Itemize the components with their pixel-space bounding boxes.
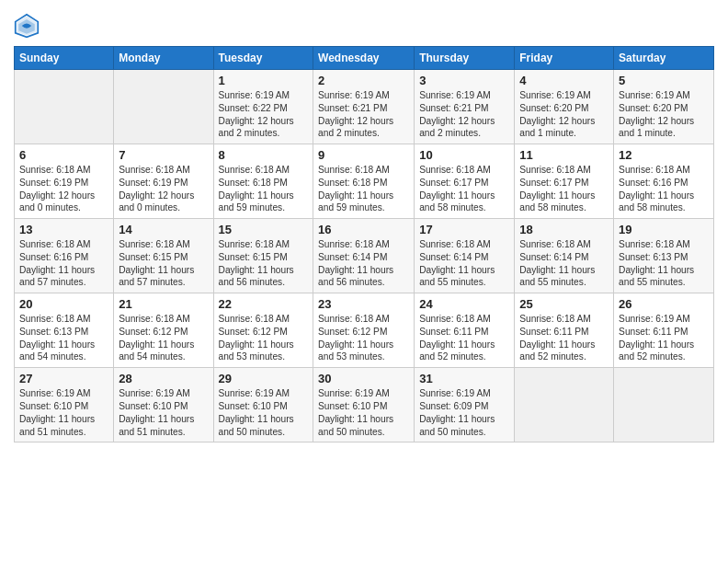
day-info: Sunrise: 6:18 AM Sunset: 6:11 PM Dayligh… [519,313,609,363]
day-number: 18 [519,223,609,236]
calendar-cell: 1Sunrise: 6:19 AM Sunset: 6:22 PM Daylig… [213,70,313,144]
day-number: 15 [219,223,309,236]
day-info: Sunrise: 6:18 AM Sunset: 6:12 PM Dayligh… [119,313,208,363]
day-header-friday: Friday [515,47,614,70]
day-number: 22 [219,297,309,311]
calendar-cell: 27Sunrise: 6:19 AM Sunset: 6:10 PM Dayli… [15,368,114,442]
day-info: Sunrise: 6:18 AM Sunset: 6:19 PM Dayligh… [19,164,108,214]
calendar-cell: 11Sunrise: 6:18 AM Sunset: 6:17 PM Dayli… [515,144,614,219]
day-info: Sunrise: 6:18 AM Sunset: 6:11 PM Dayligh… [419,313,509,363]
day-number: 16 [318,223,409,236]
calendar-cell: 3Sunrise: 6:19 AM Sunset: 6:21 PM Daylig… [415,70,515,144]
calendar-cell: 23Sunrise: 6:18 AM Sunset: 6:12 PM Dayli… [313,293,415,368]
calendar-cell [15,70,114,144]
day-number: 3 [419,74,509,87]
day-info: Sunrise: 6:18 AM Sunset: 6:12 PM Dayligh… [318,313,409,363]
day-number: 26 [619,297,709,311]
logo-icon [14,13,40,39]
day-header-monday: Monday [114,47,213,70]
day-number: 13 [19,223,108,236]
day-info: Sunrise: 6:18 AM Sunset: 6:14 PM Dayligh… [318,238,409,289]
calendar-cell: 16Sunrise: 6:18 AM Sunset: 6:14 PM Dayli… [313,219,415,293]
day-number: 28 [119,372,208,385]
day-info: Sunrise: 6:18 AM Sunset: 6:15 PM Dayligh… [219,238,309,289]
calendar-cell: 10Sunrise: 6:18 AM Sunset: 6:17 PM Dayli… [415,144,515,219]
week-row-3: 13Sunrise: 6:18 AM Sunset: 6:16 PM Dayli… [15,219,714,293]
day-header-thursday: Thursday [415,47,515,70]
day-number: 17 [419,223,509,236]
day-info: Sunrise: 6:19 AM Sunset: 6:21 PM Dayligh… [419,89,509,140]
calendar-cell: 4Sunrise: 6:19 AM Sunset: 6:20 PM Daylig… [515,70,614,144]
calendar-cell: 28Sunrise: 6:19 AM Sunset: 6:10 PM Dayli… [114,368,213,442]
day-info: Sunrise: 6:19 AM Sunset: 6:11 PM Dayligh… [619,313,709,363]
calendar-cell: 24Sunrise: 6:18 AM Sunset: 6:11 PM Dayli… [415,293,515,368]
calendar-cell: 17Sunrise: 6:18 AM Sunset: 6:14 PM Dayli… [415,219,515,293]
calendar-cell [515,368,614,442]
day-info: Sunrise: 6:19 AM Sunset: 6:10 PM Dayligh… [19,387,108,438]
day-number: 29 [219,372,309,385]
day-info: Sunrise: 6:19 AM Sunset: 6:10 PM Dayligh… [219,387,309,438]
day-info: Sunrise: 6:19 AM Sunset: 6:09 PM Dayligh… [419,387,509,438]
calendar-cell: 9Sunrise: 6:18 AM Sunset: 6:18 PM Daylig… [313,144,415,219]
calendar-cell: 2Sunrise: 6:19 AM Sunset: 6:21 PM Daylig… [313,70,415,144]
header [14,9,714,39]
day-number: 25 [519,297,609,311]
day-info: Sunrise: 6:18 AM Sunset: 6:16 PM Dayligh… [19,238,108,289]
calendar-cell [114,70,213,144]
day-number: 4 [519,74,609,87]
calendar-cell: 21Sunrise: 6:18 AM Sunset: 6:12 PM Dayli… [114,293,213,368]
day-info: Sunrise: 6:19 AM Sunset: 6:10 PM Dayligh… [318,387,409,438]
day-info: Sunrise: 6:18 AM Sunset: 6:18 PM Dayligh… [219,164,309,214]
week-row-2: 6Sunrise: 6:18 AM Sunset: 6:19 PM Daylig… [15,144,714,219]
day-number: 5 [619,74,709,87]
day-number: 30 [318,372,409,385]
day-info: Sunrise: 6:18 AM Sunset: 6:13 PM Dayligh… [619,238,709,289]
calendar-cell: 7Sunrise: 6:18 AM Sunset: 6:19 PM Daylig… [114,144,213,219]
calendar-cell: 20Sunrise: 6:18 AM Sunset: 6:13 PM Dayli… [15,293,114,368]
calendar-cell: 30Sunrise: 6:19 AM Sunset: 6:10 PM Dayli… [313,368,415,442]
day-number: 2 [318,74,409,87]
calendar-cell: 29Sunrise: 6:19 AM Sunset: 6:10 PM Dayli… [213,368,313,442]
day-info: Sunrise: 6:18 AM Sunset: 6:18 PM Dayligh… [318,164,409,214]
day-number: 11 [519,148,609,162]
calendar-cell: 15Sunrise: 6:18 AM Sunset: 6:15 PM Dayli… [213,219,313,293]
day-info: Sunrise: 6:18 AM Sunset: 6:19 PM Dayligh… [119,164,208,214]
day-info: Sunrise: 6:18 AM Sunset: 6:12 PM Dayligh… [219,313,309,363]
day-info: Sunrise: 6:18 AM Sunset: 6:14 PM Dayligh… [419,238,509,289]
calendar-cell: 12Sunrise: 6:18 AM Sunset: 6:16 PM Dayli… [614,144,714,219]
day-number: 19 [619,223,709,236]
day-number: 10 [419,148,509,162]
day-header-tuesday: Tuesday [213,47,313,70]
calendar-cell: 26Sunrise: 6:19 AM Sunset: 6:11 PM Dayli… [614,293,714,368]
calendar-cell [614,368,714,442]
day-info: Sunrise: 6:18 AM Sunset: 6:13 PM Dayligh… [19,313,108,363]
week-row-5: 27Sunrise: 6:19 AM Sunset: 6:10 PM Dayli… [15,368,714,442]
calendar-header-row: SundayMondayTuesdayWednesdayThursdayFrid… [15,47,714,70]
week-row-4: 20Sunrise: 6:18 AM Sunset: 6:13 PM Dayli… [15,293,714,368]
day-info: Sunrise: 6:18 AM Sunset: 6:14 PM Dayligh… [519,238,609,289]
day-number: 20 [19,297,108,311]
calendar-cell: 13Sunrise: 6:18 AM Sunset: 6:16 PM Dayli… [15,219,114,293]
calendar-cell: 18Sunrise: 6:18 AM Sunset: 6:14 PM Dayli… [515,219,614,293]
day-number: 9 [318,148,409,162]
day-number: 12 [619,148,709,162]
day-info: Sunrise: 6:19 AM Sunset: 6:20 PM Dayligh… [619,89,709,140]
day-number: 1 [219,74,309,87]
day-number: 31 [419,372,509,385]
day-info: Sunrise: 6:18 AM Sunset: 6:17 PM Dayligh… [519,164,609,214]
day-number: 6 [19,148,108,162]
day-header-sunday: Sunday [15,47,114,70]
day-info: Sunrise: 6:19 AM Sunset: 6:10 PM Dayligh… [119,387,208,438]
day-header-wednesday: Wednesday [313,47,415,70]
day-info: Sunrise: 6:18 AM Sunset: 6:15 PM Dayligh… [119,238,208,289]
day-info: Sunrise: 6:19 AM Sunset: 6:22 PM Dayligh… [219,89,309,140]
day-number: 23 [318,297,409,311]
calendar-cell: 14Sunrise: 6:18 AM Sunset: 6:15 PM Dayli… [114,219,213,293]
day-number: 7 [119,148,208,162]
calendar-table: SundayMondayTuesdayWednesdayThursdayFrid… [14,46,714,442]
day-header-saturday: Saturday [614,47,714,70]
calendar-cell: 25Sunrise: 6:18 AM Sunset: 6:11 PM Dayli… [515,293,614,368]
day-number: 14 [119,223,208,236]
day-info: Sunrise: 6:18 AM Sunset: 6:16 PM Dayligh… [619,164,709,214]
logo [14,13,41,39]
